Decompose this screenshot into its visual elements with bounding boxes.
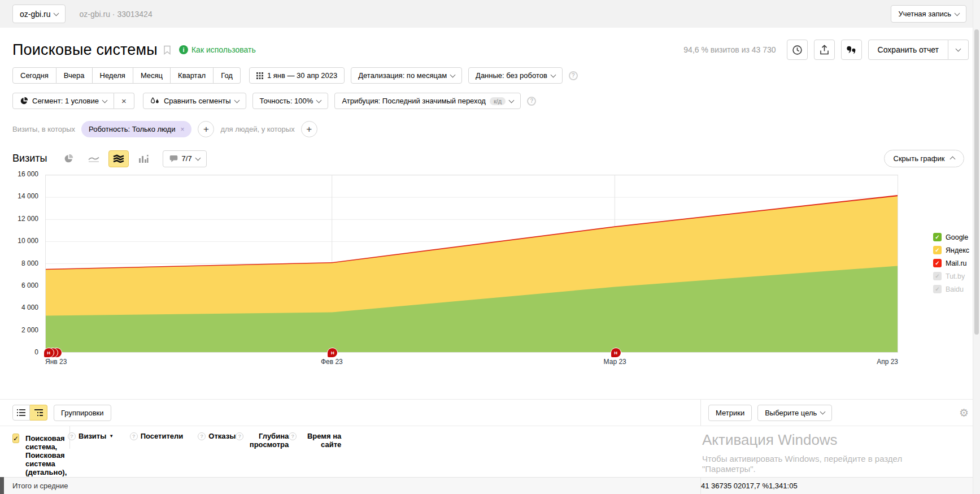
help-icon[interactable]: ? <box>198 432 206 440</box>
gear-icon[interactable]: ⚙ <box>959 406 969 419</box>
x-axis-tick: Янв 23 <box>45 358 67 366</box>
save-report-dropdown[interactable] <box>948 40 969 60</box>
dimensions-checkbox[interactable]: ✓ <box>12 434 19 443</box>
compare-segments-dropdown[interactable]: Сравнить сегменты <box>143 93 246 109</box>
history-button[interactable] <box>787 40 808 60</box>
legend-item-Tut.by[interactable]: ✓Tut.by <box>933 272 969 280</box>
filter-row-segments: Сегмент: 1 условие × Сравнить сегменты Т… <box>0 90 980 112</box>
account-label: Учетная запись <box>898 10 951 18</box>
notes-dropdown[interactable]: 7/7 <box>163 150 207 167</box>
total-value-3: 1,34 <box>769 482 783 490</box>
account-button[interactable]: Учетная запись <box>891 5 966 23</box>
calendar-grid-icon <box>256 72 263 79</box>
bookmark-icon[interactable] <box>163 45 171 55</box>
pinned-edge <box>0 477 4 494</box>
legend-checkbox[interactable]: ✓ <box>933 285 942 293</box>
legend-checkbox[interactable]: ✓ <box>933 259 942 267</box>
chip-close-icon[interactable]: × <box>180 125 184 133</box>
hide-chart-button[interactable]: Скрыть график <box>884 150 964 167</box>
segment-dropdown[interactable]: Сегмент: 1 условие <box>12 93 114 109</box>
note-marker[interactable]: Н <box>611 348 621 357</box>
save-report-group: Сохранить отчет <box>868 40 969 60</box>
stacked-area-icon <box>113 154 124 163</box>
how-to-use-link[interactable]: Как использовать <box>191 45 256 54</box>
total-value-0: 41 367 <box>701 482 724 490</box>
goal-dropdown[interactable]: Выберите цель <box>757 405 832 421</box>
people-in-label: для людей, у которых <box>220 125 294 133</box>
period-tab-2[interactable]: Неделя <box>93 67 133 84</box>
help-icon[interactable]: ? <box>289 432 297 440</box>
list-view-button[interactable] <box>12 405 30 421</box>
view-toggle <box>12 405 47 421</box>
help-icon[interactable]: ? <box>569 71 578 80</box>
y-axis-tick: 4 000 <box>0 304 38 311</box>
chart-legend: ✓Google✓Яндекс✓Mail.ru✓Tut.by✓Baidu <box>933 233 969 293</box>
speech-bubble-icon <box>169 155 178 163</box>
pie-chart-type-button[interactable] <box>59 150 79 167</box>
totals-label: Итого и средние <box>0 482 700 490</box>
column-header-3[interactable]: ?Глубина просмотра <box>236 432 289 449</box>
period-tab-3[interactable]: Месяц <box>133 67 171 84</box>
note-marker[interactable]: Н <box>44 348 54 357</box>
list-view-icon <box>17 409 25 416</box>
y-axis-tick: 10 000 <box>0 237 38 245</box>
legend-label: Google <box>946 233 968 241</box>
accuracy-dropdown[interactable]: Точность: 100% <box>252 93 329 109</box>
table-toolbar: Группировки Метрики Выберите цель ⚙ <box>0 400 980 426</box>
chevron-down-icon <box>195 155 201 161</box>
column-chart-type-button[interactable] <box>133 150 154 167</box>
chevron-down-icon <box>450 72 456 77</box>
site-switcher-button[interactable]: oz-gbi.ru <box>12 5 66 23</box>
vertical-scrollbar[interactable] <box>973 0 980 494</box>
legend-checkbox[interactable]: ✓ <box>933 246 942 254</box>
x-axis-tick: Апр 23 <box>877 358 898 366</box>
period-tab-1[interactable]: Вчера <box>56 67 93 84</box>
attribution-dropdown[interactable]: Атрибуция: Последний значимый переход к/… <box>334 93 521 109</box>
chevron-down-icon <box>550 72 556 77</box>
tree-view-button[interactable] <box>30 405 47 421</box>
help-icon[interactable]: ? <box>68 432 76 440</box>
legend-item-Google[interactable]: ✓Google <box>933 233 969 241</box>
column-header-4[interactable]: ?Время на сайте <box>289 432 341 449</box>
breadcrumb: oz-gbi.ru · 33013424 <box>79 10 152 19</box>
period-tab-0[interactable]: Сегодня <box>12 67 56 84</box>
legend-checkbox[interactable]: ✓ <box>933 233 942 241</box>
metrica-api-button[interactable] <box>841 40 862 60</box>
chevron-down-icon <box>509 97 515 103</box>
add-people-condition-button[interactable]: + <box>301 121 317 137</box>
table-toolbar-left: Группировки <box>0 405 700 421</box>
period-tab-5[interactable]: Год <box>214 67 241 84</box>
segment-group: Сегмент: 1 условие × <box>12 93 134 109</box>
metrics-button[interactable]: Метрики <box>708 405 752 421</box>
help-icon[interactable]: ? <box>130 432 138 440</box>
add-visit-condition-button[interactable]: + <box>198 121 214 137</box>
groupings-button[interactable]: Группировки <box>54 405 111 421</box>
line-chart-icon <box>88 155 99 163</box>
save-report-button[interactable]: Сохранить отчет <box>868 40 948 60</box>
help-icon[interactable]: ? <box>236 432 243 440</box>
robotness-chip[interactable]: Роботность: Только люди × <box>81 121 191 137</box>
legend-checkbox[interactable]: ✓ <box>933 272 942 280</box>
legend-item-Baidu[interactable]: ✓Baidu <box>933 285 969 293</box>
column-header-2[interactable]: ?Отказы <box>198 432 236 449</box>
legend-item-Яндекс[interactable]: ✓Яндекс <box>933 246 969 254</box>
export-button[interactable] <box>814 40 835 60</box>
stacked-area-type-button[interactable] <box>108 150 129 167</box>
yandex-metrica-page: oz-gbi.ru oz-gbi.ru · 33013424 Учетная з… <box>0 0 980 494</box>
chart-area: 02 0004 0006 0008 00010 00012 00014 0001… <box>0 171 980 370</box>
period-tab-4[interactable]: Квартал <box>171 67 214 84</box>
legend-item-Mail.ru[interactable]: ✓Mail.ru <box>933 259 969 267</box>
period-tabs: СегодняВчераНеделяМесяцКварталГод <box>12 67 241 84</box>
scrollbar-thumb[interactable] <box>974 29 979 335</box>
column-header-1[interactable]: ?Посетители <box>130 432 184 449</box>
line-chart-type-button[interactable] <box>84 150 104 167</box>
segment-clear-button[interactable]: × <box>114 93 134 109</box>
note-marker[interactable]: Н <box>328 348 337 357</box>
tree-view-icon <box>34 409 43 416</box>
chevron-down-icon <box>54 10 59 16</box>
date-range-button[interactable]: 1 янв — 30 апр 2023 <box>249 67 345 84</box>
detail-dropdown[interactable]: Детализация: по месяцам <box>351 67 462 84</box>
help-icon[interactable]: ? <box>527 97 536 106</box>
column-header-0[interactable]: ?Визиты▼ <box>68 432 114 449</box>
data-mode-dropdown[interactable]: Данные: без роботов <box>468 67 563 84</box>
